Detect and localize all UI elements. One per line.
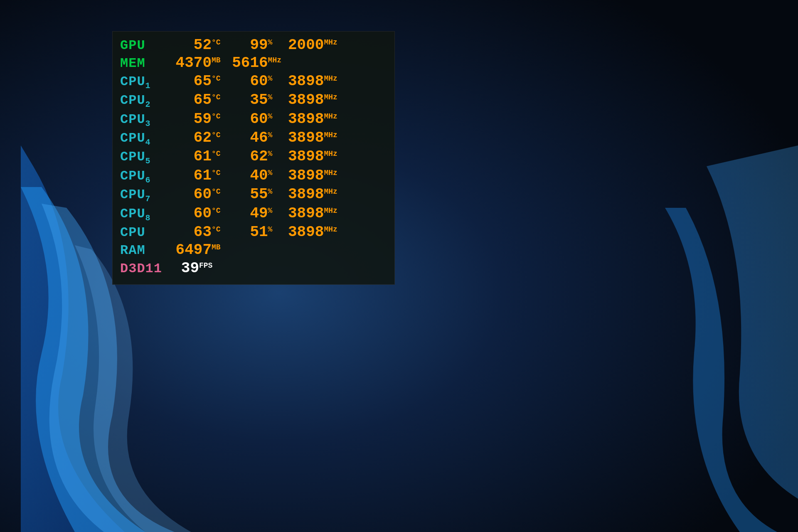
hw-val2-6: 62 [231,148,268,165]
hw-unit1-7: °C [212,169,221,177]
hw-unit3-5: MHz [324,131,337,140]
hw-val3-2: 3898 [282,73,324,90]
hw-label-4: CPU3 [120,112,166,128]
hw-val1-4: 59 [166,111,212,128]
hw-val1-9: 60 [166,205,212,222]
hw-val2-3: 35 [231,91,268,108]
hw-val2-7: 40 [231,167,268,184]
hw-row-8: CPU760 °C55 %3898 MHz [120,186,387,204]
hw-label-0: GPU [120,38,166,54]
hwinfo-overlay: GPU52 °C99 %2000 MHzMEM4370 MB5616 MHzCP… [112,31,395,285]
hw-val1-2: 65 [166,73,212,90]
hw-unit2-3: % [268,93,273,102]
hw-unit3-8: MHz [324,187,337,196]
hw-unit1-11: MB [212,243,221,252]
hw-val1-7: 61 [166,167,212,184]
hw-label-6: CPU5 [120,150,166,166]
hw-val1-5: 62 [166,129,212,146]
hw-row-11: RAM6497 MB [120,241,387,259]
hw-label-2: CPU1 [120,74,166,91]
hw-row-9: CPU860 °C49 %3898 MHz [120,205,387,223]
hw-row-3: CPU265 °C35 %3898 MHz [120,91,387,109]
hw-val3-4: 3898 [282,111,324,128]
hw-row-6: CPU561 °C62 %3898 MHz [120,148,387,166]
hw-unit3-10: MHz [324,225,337,234]
hw-unit1-5: °C [212,131,221,140]
hw-val2-4: 60 [231,111,268,128]
hw-val1-1: 4370 [166,54,212,71]
hw-row-2: CPU165 °C60 %3898 MHz [120,73,387,91]
hw-label-11: RAM [120,243,166,259]
hw-unit2-2: % [268,74,273,83]
hw-row-0: GPU52 °C99 %2000 MHz [120,37,387,54]
hw-val1-10: 63 [166,224,212,241]
hw-row-10: CPU63 °C51 %3898 MHz [120,224,387,241]
hw-unit2-5: % [268,131,273,140]
hw-label-10: CPU [120,225,166,241]
hw-label-1: MEM [120,56,166,71]
hw-val2-9: 49 [231,205,268,222]
hw-unit2-7: % [268,169,273,177]
hw-val3-5: 3898 [282,129,324,146]
hw-unit3-4: MHz [324,112,337,121]
hw-row-7: CPU661 °C40 %3898 MHz [120,167,387,185]
hw-unit3-9: MHz [324,207,337,215]
hw-unit3-6: MHz [324,150,337,158]
hw-val3-8: 3898 [282,186,324,203]
hw-val2-1: 5616 [231,54,268,71]
hw-val1-0: 52 [166,37,212,54]
hw-row-5: CPU462 °C46 %3898 MHz [120,129,387,147]
hw-val2-5: 46 [231,129,268,146]
hw-val1-8: 60 [166,186,212,203]
hw-unit2-4: % [268,112,273,121]
hw-unit1-6: °C [212,150,221,158]
hw-label-5: CPU4 [120,131,166,147]
hw-val2-8: 55 [231,186,268,203]
hw-fps-val: 39 [166,260,199,277]
hw-unit1-9: °C [212,207,221,215]
hw-label-8: CPU7 [120,187,166,204]
hw-label-9: CPU8 [120,207,166,223]
hw-unit1-8: °C [212,187,221,196]
hw-val1-6: 61 [166,148,212,165]
hw-unit2-8: % [268,187,273,196]
hw-label-12: D3D11 [120,261,166,277]
hw-unit3-3: MHz [324,93,337,102]
hw-val2-0: 99 [231,37,268,54]
hw-val3-9: 3898 [282,205,324,222]
hw-unit1-10: °C [212,225,221,234]
hw-unit1-1: MB [212,56,221,65]
hw-val2-2: 60 [231,73,268,90]
hw-row-12: D3D1139 FPS [120,260,387,277]
hw-val2-10: 51 [231,224,268,241]
hw-unit1-0: °C [212,38,221,47]
hw-val3-7: 3898 [282,167,324,184]
hw-unit2-1: MHz [268,56,281,65]
hw-unit2-10: % [268,225,273,234]
hw-row-4: CPU359 °C60 %3898 MHz [120,111,387,128]
hw-label-3: CPU2 [120,93,166,109]
hw-unit2-9: % [268,207,273,215]
hw-row-1: MEM4370 MB5616 MHz [120,54,387,71]
hw-val1-3: 65 [166,91,212,108]
hw-unit1-3: °C [212,93,221,102]
hw-unit2-6: % [268,150,273,158]
hw-val3-6: 3898 [282,148,324,165]
hw-unit2-0: % [268,38,273,47]
hw-unit3-7: MHz [324,169,337,177]
hw-unit1-2: °C [212,74,221,83]
hw-label-7: CPU6 [120,169,166,185]
hw-val1-11: 6497 [166,241,212,259]
hw-val3-0: 2000 [282,37,324,54]
hw-unit1-4: °C [212,112,221,121]
hw-val3-10: 3898 [282,224,324,241]
hw-val3-3: 3898 [282,91,324,108]
hw-fps-unit: FPS [199,261,212,270]
hw-unit3-2: MHz [324,74,337,83]
hw-unit3-0: MHz [324,38,337,47]
